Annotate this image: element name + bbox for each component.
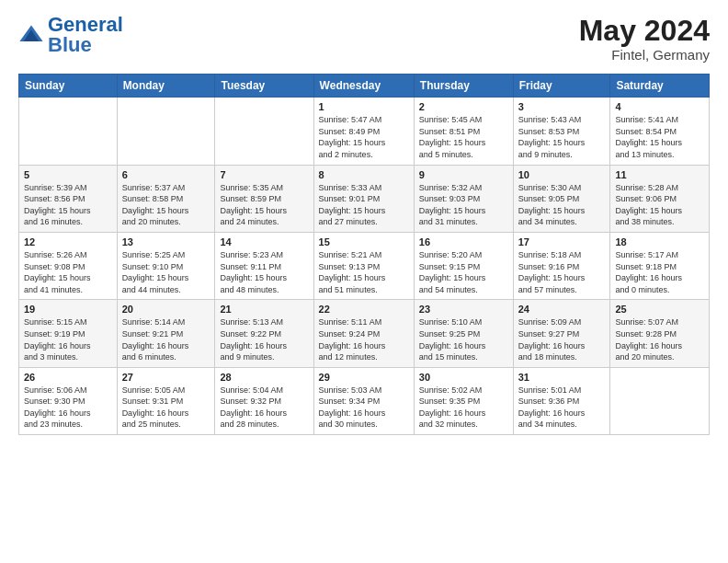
table-row: [215, 98, 313, 165]
day-info: Sunrise: 5:03 AM Sunset: 9:34 PM Dayligh…: [319, 385, 409, 431]
day-info: Sunrise: 5:20 AM Sunset: 9:15 PM Dayligh…: [419, 249, 508, 295]
day-info: Sunrise: 5:39 AM Sunset: 8:56 PM Dayligh…: [24, 182, 112, 228]
location: Fintel, Germany: [579, 47, 710, 63]
month-year: May 2024: [579, 15, 710, 47]
day-number: 4: [615, 101, 704, 112]
day-number: 19: [24, 304, 112, 315]
day-number: 30: [419, 372, 508, 383]
day-number: 5: [24, 169, 112, 180]
table-row: 28Sunrise: 5:04 AM Sunset: 9:32 PM Dayli…: [215, 367, 313, 434]
table-row: 13Sunrise: 5:25 AM Sunset: 9:10 PM Dayli…: [117, 232, 215, 299]
day-info: Sunrise: 5:05 AM Sunset: 9:31 PM Dayligh…: [122, 385, 210, 431]
table-row: 9Sunrise: 5:32 AM Sunset: 9:03 PM Daylig…: [414, 165, 513, 232]
day-number: 24: [518, 304, 606, 315]
day-number: 6: [122, 169, 210, 180]
table-row: 26Sunrise: 5:06 AM Sunset: 9:30 PM Dayli…: [19, 367, 118, 434]
table-row: 3Sunrise: 5:43 AM Sunset: 8:53 PM Daylig…: [513, 98, 610, 165]
table-row: 2Sunrise: 5:45 AM Sunset: 8:51 PM Daylig…: [414, 98, 513, 165]
table-row: 6Sunrise: 5:37 AM Sunset: 8:58 PM Daylig…: [117, 165, 215, 232]
day-number: 25: [615, 304, 704, 315]
table-row: 29Sunrise: 5:03 AM Sunset: 9:34 PM Dayli…: [313, 367, 414, 434]
table-row: 19Sunrise: 5:15 AM Sunset: 9:19 PM Dayli…: [19, 300, 118, 367]
day-number: 17: [518, 236, 606, 247]
table-row: 22Sunrise: 5:11 AM Sunset: 9:24 PM Dayli…: [313, 300, 414, 367]
col-monday: Monday: [117, 75, 215, 98]
day-number: 2: [419, 101, 508, 112]
day-number: 27: [122, 372, 210, 383]
table-row: 4Sunrise: 5:41 AM Sunset: 8:54 PM Daylig…: [610, 98, 710, 165]
day-info: Sunrise: 5:17 AM Sunset: 9:18 PM Dayligh…: [615, 249, 704, 295]
day-number: 22: [319, 304, 409, 315]
logo-blue: Blue: [48, 33, 92, 56]
day-info: Sunrise: 5:14 AM Sunset: 9:21 PM Dayligh…: [122, 316, 210, 362]
title-block: May 2024 Fintel, Germany: [579, 15, 710, 63]
calendar-week-row: 5Sunrise: 5:39 AM Sunset: 8:56 PM Daylig…: [19, 165, 710, 232]
day-info: Sunrise: 5:01 AM Sunset: 9:36 PM Dayligh…: [518, 385, 606, 431]
day-info: Sunrise: 5:07 AM Sunset: 9:28 PM Dayligh…: [615, 316, 704, 362]
logo: General Blue: [18, 15, 123, 55]
table-row: 15Sunrise: 5:21 AM Sunset: 9:13 PM Dayli…: [313, 232, 414, 299]
day-info: Sunrise: 5:30 AM Sunset: 9:05 PM Dayligh…: [518, 182, 606, 228]
day-number: 16: [419, 236, 508, 247]
day-info: Sunrise: 5:32 AM Sunset: 9:03 PM Dayligh…: [419, 182, 508, 228]
day-info: Sunrise: 5:33 AM Sunset: 9:01 PM Dayligh…: [319, 182, 409, 228]
calendar-week-row: 12Sunrise: 5:26 AM Sunset: 9:08 PM Dayli…: [19, 232, 710, 299]
day-info: Sunrise: 5:43 AM Sunset: 8:53 PM Dayligh…: [518, 114, 606, 160]
day-info: Sunrise: 5:13 AM Sunset: 9:22 PM Dayligh…: [220, 316, 308, 362]
day-number: 15: [319, 236, 409, 247]
table-row: [117, 98, 215, 165]
table-row: 1Sunrise: 5:47 AM Sunset: 8:49 PM Daylig…: [313, 98, 414, 165]
table-row: 10Sunrise: 5:30 AM Sunset: 9:05 PM Dayli…: [513, 165, 610, 232]
table-row: 8Sunrise: 5:33 AM Sunset: 9:01 PM Daylig…: [313, 165, 414, 232]
day-number: 28: [220, 372, 308, 383]
day-info: Sunrise: 5:28 AM Sunset: 9:06 PM Dayligh…: [615, 182, 704, 228]
table-row: 11Sunrise: 5:28 AM Sunset: 9:06 PM Dayli…: [610, 165, 710, 232]
table-row: 7Sunrise: 5:35 AM Sunset: 8:59 PM Daylig…: [215, 165, 313, 232]
day-number: 14: [220, 236, 308, 247]
day-number: 9: [419, 169, 508, 180]
day-info: Sunrise: 5:26 AM Sunset: 9:08 PM Dayligh…: [24, 249, 112, 295]
table-row: [610, 367, 710, 434]
table-row: 27Sunrise: 5:05 AM Sunset: 9:31 PM Dayli…: [117, 367, 215, 434]
page: General Blue May 2024 Fintel, Germany Su…: [0, 0, 728, 444]
day-number: 3: [518, 101, 606, 112]
day-info: Sunrise: 5:35 AM Sunset: 8:59 PM Dayligh…: [220, 182, 308, 228]
day-info: Sunrise: 5:25 AM Sunset: 9:10 PM Dayligh…: [122, 249, 210, 295]
day-info: Sunrise: 5:06 AM Sunset: 9:30 PM Dayligh…: [24, 385, 112, 431]
table-row: 12Sunrise: 5:26 AM Sunset: 9:08 PM Dayli…: [19, 232, 118, 299]
day-number: 31: [518, 372, 606, 383]
day-number: 13: [122, 236, 210, 247]
table-row: 23Sunrise: 5:10 AM Sunset: 9:25 PM Dayli…: [414, 300, 513, 367]
logo-icon: [18, 22, 44, 48]
day-info: Sunrise: 5:47 AM Sunset: 8:49 PM Dayligh…: [319, 114, 409, 160]
col-thursday: Thursday: [414, 75, 513, 98]
day-number: 8: [319, 169, 409, 180]
table-row: 17Sunrise: 5:18 AM Sunset: 9:16 PM Dayli…: [513, 232, 610, 299]
table-row: 24Sunrise: 5:09 AM Sunset: 9:27 PM Dayli…: [513, 300, 610, 367]
logo-text: General Blue: [48, 15, 123, 55]
table-row: 25Sunrise: 5:07 AM Sunset: 9:28 PM Dayli…: [610, 300, 710, 367]
calendar-week-row: 26Sunrise: 5:06 AM Sunset: 9:30 PM Dayli…: [19, 367, 710, 434]
table-row: 16Sunrise: 5:20 AM Sunset: 9:15 PM Dayli…: [414, 232, 513, 299]
day-number: 7: [220, 169, 308, 180]
header: General Blue May 2024 Fintel, Germany: [18, 15, 710, 63]
day-number: 23: [419, 304, 508, 315]
day-info: Sunrise: 5:10 AM Sunset: 9:25 PM Dayligh…: [419, 316, 508, 362]
day-info: Sunrise: 5:41 AM Sunset: 8:54 PM Dayligh…: [615, 114, 704, 160]
table-row: 18Sunrise: 5:17 AM Sunset: 9:18 PM Dayli…: [610, 232, 710, 299]
day-number: 12: [24, 236, 112, 247]
col-sunday: Sunday: [19, 75, 118, 98]
calendar-week-row: 19Sunrise: 5:15 AM Sunset: 9:19 PM Dayli…: [19, 300, 710, 367]
table-row: 14Sunrise: 5:23 AM Sunset: 9:11 PM Dayli…: [215, 232, 313, 299]
table-row: 21Sunrise: 5:13 AM Sunset: 9:22 PM Dayli…: [215, 300, 313, 367]
day-info: Sunrise: 5:02 AM Sunset: 9:35 PM Dayligh…: [419, 385, 508, 431]
table-row: 31Sunrise: 5:01 AM Sunset: 9:36 PM Dayli…: [513, 367, 610, 434]
day-number: 1: [319, 101, 409, 112]
day-info: Sunrise: 5:21 AM Sunset: 9:13 PM Dayligh…: [319, 249, 409, 295]
col-wednesday: Wednesday: [313, 75, 414, 98]
day-number: 10: [518, 169, 606, 180]
day-info: Sunrise: 5:09 AM Sunset: 9:27 PM Dayligh…: [518, 316, 606, 362]
day-info: Sunrise: 5:11 AM Sunset: 9:24 PM Dayligh…: [319, 316, 409, 362]
table-row: 30Sunrise: 5:02 AM Sunset: 9:35 PM Dayli…: [414, 367, 513, 434]
calendar: Sunday Monday Tuesday Wednesday Thursday…: [18, 74, 710, 435]
